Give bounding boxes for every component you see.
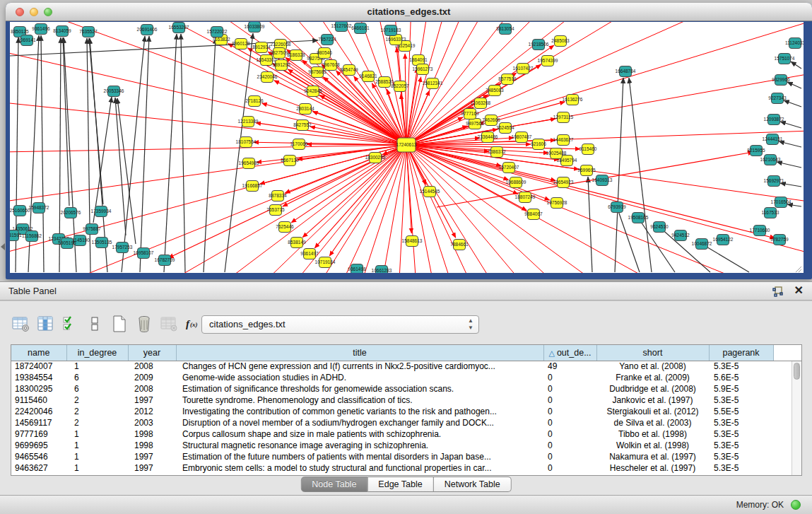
tab-edge-table[interactable]: Edge Table [367, 477, 433, 492]
graph-node[interactable]: 9329966 [772, 75, 790, 86]
graph-node[interactable]: 9361498 [348, 264, 366, 274]
graph-node[interactable]: 7857224 [318, 35, 336, 45]
row-height-button[interactable] [85, 315, 105, 334]
table-row[interactable]: 2242004622012Investigating the contribut… [11, 406, 802, 417]
graph-node[interactable]: 9975887 [83, 224, 101, 235]
network-canvas[interactable]: 2322605898275091654330281863289827508980… [10, 22, 804, 273]
graph-node[interactable]: 16033809 [245, 22, 265, 33]
graph-node[interactable]: 9777169 [461, 109, 479, 119]
graph-node[interactable]: 17240613 [396, 138, 417, 152]
graph-node[interactable]: 621606 [531, 139, 546, 150]
graph-node[interactable]: 20691406 [137, 25, 158, 35]
graph-node[interactable]: 11124033 [785, 38, 804, 49]
graph-node[interactable]: 8427552 [293, 120, 312, 131]
graph-node[interactable]: 7386372 [488, 147, 506, 158]
table-row[interactable]: 911546021997Tourette syndrome. Phenomeno… [11, 395, 802, 406]
tab-network-table[interactable]: Network Table [434, 477, 512, 492]
graph-node[interactable]: 6466161 [351, 23, 370, 34]
close-window-button[interactable] [16, 8, 24, 16]
graph-node[interactable]: 8454749 [340, 65, 358, 76]
graph-node[interactable]: 16107427 [513, 64, 534, 74]
graph-node[interactable]: 14463627 [553, 135, 574, 146]
graph-node[interactable]: 8960128 [232, 39, 250, 49]
graph-node[interactable]: 7635527 [79, 27, 98, 37]
graph-node[interactable]: 3624554 [496, 123, 514, 134]
graph-node[interactable]: 8522057 [391, 81, 409, 92]
table-row[interactable]: 969969511998Structural magnetic resonanc… [11, 440, 802, 451]
table-row[interactable]: 1938455462009Genome-wide association stu… [11, 372, 802, 383]
graph-node[interactable]: 18107554 [236, 137, 257, 148]
graph-node[interactable]: 19654985 [239, 158, 259, 169]
collapse-handle-icon[interactable] [1, 243, 5, 250]
graph-node[interactable]: 7485083 [486, 86, 504, 96]
graph-node[interactable]: 17710680 [750, 226, 770, 236]
graph-node[interactable]: 25160650 [10, 206, 30, 216]
delete-table-button[interactable] [134, 315, 154, 334]
graph-node[interactable]: 16648784 [616, 66, 636, 77]
minimize-window-button[interactable] [30, 8, 38, 16]
graph-node[interactable]: 7884661 [450, 240, 469, 250]
graph-node[interactable]: 1170066 [290, 139, 308, 150]
graph-node[interactable]: 9115460 [579, 144, 597, 155]
graph-node[interactable]: 9891295 [272, 60, 290, 71]
graph-node[interactable]: 2718126 [245, 96, 264, 107]
zoom-window-button[interactable] [44, 8, 52, 16]
close-panel-icon[interactable]: ✕ [794, 284, 804, 297]
table-settings-button[interactable] [11, 315, 30, 334]
graph-node[interactable]: 8577516 [498, 74, 517, 85]
graph-node[interactable]: 23364486 [478, 132, 498, 143]
graph-node[interactable]: 15127602 [331, 22, 352, 32]
graph-node[interactable]: 16210643 [760, 155, 781, 165]
function-builder-button[interactable]: f(x) [184, 315, 204, 334]
graph-node[interactable]: 12973115 [553, 112, 574, 123]
graph-node[interactable]: 9782759 [770, 235, 789, 245]
graph-node[interactable]: 9361497 [300, 249, 319, 259]
graph-node[interactable]: 17957253 [112, 243, 133, 253]
column-header-short[interactable]: short [596, 345, 709, 361]
graph-node[interactable]: 15848613 [402, 236, 423, 247]
graph-node[interactable]: 9424512 [671, 230, 690, 241]
column-header-out_de[interactable]: △out_de... [543, 345, 596, 361]
graph-node[interactable]: 19756928 [547, 198, 567, 209]
graph-node[interactable]: 19218506 [529, 40, 549, 50]
graph-node[interactable]: 7625446 [276, 222, 294, 233]
graph-node[interactable]: 2069141 [18, 35, 36, 46]
resize-grip-icon[interactable] [796, 267, 801, 272]
graph-node[interactable]: 8912934 [252, 42, 271, 53]
graph-node[interactable]: 8667130 [281, 156, 299, 166]
table-selector-dropdown[interactable]: citations_edges.txt ▲▼ [201, 315, 479, 334]
table-row[interactable]: 977716911998Corpus callosum shape and si… [11, 428, 802, 440]
graph-node[interactable]: 1167533 [762, 208, 779, 218]
graph-node[interactable]: 13505135 [92, 238, 112, 248]
graph-node[interactable]: 16409313 [592, 175, 613, 186]
graph-node[interactable]: 9227343 [768, 93, 787, 104]
table-row[interactable]: 1456911722003Disruption of a novel membe… [11, 417, 802, 428]
graph-node[interactable]: 9699695 [577, 165, 596, 176]
graph-node[interactable]: 15948372 [29, 203, 49, 214]
graph-node[interactable]: 2803144 [296, 104, 314, 115]
graph-node[interactable]: 16553287 [169, 23, 189, 33]
graph-node[interactable]: 15692971 [764, 176, 784, 187]
graph-node[interactable]: 9146821 [359, 71, 377, 82]
graph-node[interactable]: 17359934 [91, 206, 112, 217]
graph-node[interactable]: 8215955 [747, 146, 765, 156]
graph-node[interactable]: 9361496 [32, 24, 50, 35]
select-columns-button[interactable] [60, 315, 80, 334]
tab-node-table[interactable]: Node Table [300, 477, 367, 492]
table-row[interactable]: 946554611997Estimation of the future num… [11, 451, 802, 462]
table-row[interactable]: 1872400712008Changes of HCN gene express… [11, 361, 802, 372]
graph-node[interactable]: 8813054 [496, 24, 514, 35]
scrollbar-thumb[interactable] [794, 363, 800, 380]
graph-node[interactable]: 8134059 [53, 26, 71, 37]
new-table-button[interactable] [110, 315, 129, 334]
graph-node[interactable]: 8538149 [288, 238, 306, 248]
import-table-disabled-button[interactable] [159, 315, 179, 334]
graph-node[interactable]: 16954122 [713, 235, 734, 245]
window-titlebar[interactable]: citations_edges.txt [6, 3, 812, 21]
column-header-year[interactable]: year [128, 345, 176, 361]
graph-node[interactable]: 19166857 [242, 181, 263, 192]
graph-node[interactable]: 10661283 [372, 266, 392, 274]
graph-node[interactable]: 9242848 [304, 86, 322, 97]
show-columns-button[interactable] [35, 315, 55, 334]
column-header-in_degree[interactable]: in_degree [66, 345, 128, 361]
